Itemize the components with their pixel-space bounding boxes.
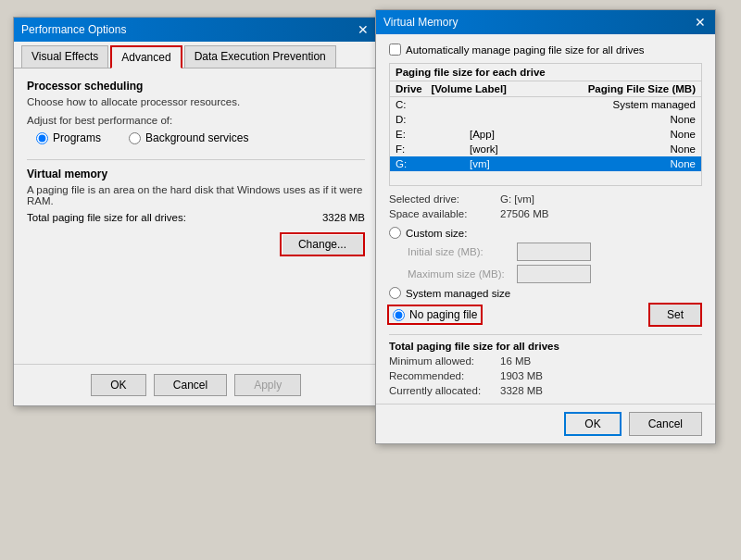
perf-tab-bar: Visual Effects Advanced Data Execution P… (14, 42, 378, 68)
space-available-label: Space available: (389, 208, 500, 219)
perf-cancel-button[interactable]: Cancel (154, 374, 227, 396)
perf-content: Processor scheduling Choose how to alloc… (14, 68, 378, 243)
paging-section-title: Paging file size for each drive (390, 64, 701, 81)
auto-manage-checkbox[interactable] (389, 44, 401, 56)
drive-list[interactable]: C: System managed D: None E: [App] None (390, 97, 701, 185)
initial-size-input[interactable] (517, 243, 591, 261)
programs-radio[interactable] (36, 132, 48, 144)
section-divider (27, 159, 365, 160)
vm-cancel-button[interactable]: Cancel (629, 412, 702, 436)
paging-section: Paging file size for each drive Drive [V… (389, 63, 702, 186)
tab-visual-effects[interactable]: Visual Effects (21, 45, 108, 68)
custom-size-radio[interactable] (389, 227, 401, 239)
processor-section-desc: Choose how to allocate processor resourc… (27, 96, 365, 107)
drive-item-d[interactable]: D: None (390, 112, 701, 127)
system-managed-option[interactable]: System managed size (389, 287, 702, 299)
auto-manage-label: Automatically manage paging file size fo… (406, 44, 645, 56)
background-option[interactable]: Background services (129, 131, 248, 144)
vm-total-value: 3328 MB (322, 212, 365, 223)
initial-size-label: Initial size (MB): (408, 246, 509, 257)
selected-drive-value: G: [vm] (500, 193, 534, 205)
min-value: 16 MB (500, 355, 531, 367)
background-radio[interactable] (129, 132, 141, 144)
size-col-header: Paging File Size (MB) (588, 83, 696, 94)
vm-close-button[interactable]: ✕ (693, 15, 708, 30)
currently-allocated-row: Currently allocated: 3328 MB (389, 385, 702, 396)
currently-value: 3328 MB (500, 385, 543, 396)
no-paging-radio[interactable] (393, 309, 405, 321)
min-label: Minimum allowed: (389, 355, 500, 367)
drive-item-e[interactable]: E: [App] None (390, 127, 701, 142)
maximum-size-input[interactable] (517, 265, 591, 283)
vm-total-section: Total paging file size for all drives Mi… (389, 334, 702, 396)
currently-label: Currently allocated: (389, 385, 500, 396)
tab-advanced[interactable]: Advanced (110, 45, 182, 68)
virtual-memory-window: Virtual Memory ✕ Automatically manage pa… (375, 9, 716, 444)
set-button[interactable]: Set (648, 303, 702, 327)
vm-ok-button[interactable]: OK (564, 412, 621, 436)
maximum-size-row: Maximum size (MB): (389, 265, 702, 283)
no-paging-label: No paging file (409, 308, 477, 321)
drive-item-f[interactable]: F: [work] None (390, 142, 701, 156)
drive-item-g[interactable]: G: [vm] None (390, 156, 701, 171)
paging-table-header: Drive [Volume Label] Paging File Size (M… (390, 81, 701, 97)
recommended-row: Recommended: 1903 MB (389, 370, 702, 381)
vm-size-options: Custom size: Initial size (MB): Maximum … (389, 227, 702, 327)
perf-close-button[interactable]: ✕ (356, 22, 370, 37)
performance-options-window: Performance Options ✕ Visual Effects Adv… (13, 17, 379, 406)
space-available-row: Space available: 27506 MB (389, 208, 702, 219)
background-label: Background services (145, 131, 248, 144)
no-paging-option[interactable]: No paging file (389, 306, 481, 323)
vm-title-bar: Virtual Memory ✕ (376, 10, 715, 34)
auto-manage-row[interactable]: Automatically manage paging file size fo… (389, 44, 702, 56)
selected-drive-row: Selected drive: G: [vm] (389, 193, 702, 205)
vm-section-title: Virtual memory (27, 168, 365, 180)
vm-total-row: Total paging file size for all drives: 3… (27, 212, 365, 223)
recommended-value: 1903 MB (500, 370, 543, 381)
custom-size-label: Custom size: (406, 228, 467, 239)
initial-size-row: Initial size (MB): (389, 243, 702, 261)
change-button[interactable]: Change... (280, 232, 365, 256)
selected-drive-label: Selected drive: (389, 193, 500, 205)
perf-title-bar: Performance Options ✕ (14, 18, 378, 42)
perf-title: Performance Options (21, 23, 126, 36)
recommended-label: Recommended: (389, 370, 500, 381)
min-allowed-row: Minimum allowed: 16 MB (389, 355, 702, 367)
vm-total-label: Total paging file size for all drives: (27, 212, 186, 223)
system-managed-label: System managed size (406, 288, 510, 299)
drive-item-c[interactable]: C: System managed (390, 97, 701, 112)
system-managed-radio[interactable] (389, 287, 401, 299)
vm-desc: A paging file is an area on the hard dis… (27, 184, 365, 206)
vm-bottom-buttons: OK Cancel (376, 404, 715, 443)
perf-ok-button[interactable]: OK (91, 374, 146, 396)
perf-bottom-buttons: OK Cancel Apply (14, 364, 378, 405)
perf-apply-button[interactable]: Apply (234, 374, 301, 396)
tab-data-execution[interactable]: Data Execution Prevention (184, 45, 336, 68)
vm-total-section-title: Total paging file size for all drives (389, 341, 702, 352)
programs-label: Programs (53, 131, 101, 144)
custom-size-option[interactable]: Custom size: (389, 227, 702, 239)
drive-col-header: Drive [Volume Label] (396, 83, 507, 94)
programs-option[interactable]: Programs (36, 131, 101, 144)
vm-title: Virtual Memory (383, 16, 458, 29)
maximum-size-label: Maximum size (MB): (408, 268, 509, 280)
performance-radio-group: Programs Background services (27, 131, 365, 144)
adjust-label: Adjust for best performance of: (27, 115, 365, 126)
processor-section-title: Processor scheduling (27, 80, 365, 93)
space-available-value: 27506 MB (500, 208, 548, 219)
